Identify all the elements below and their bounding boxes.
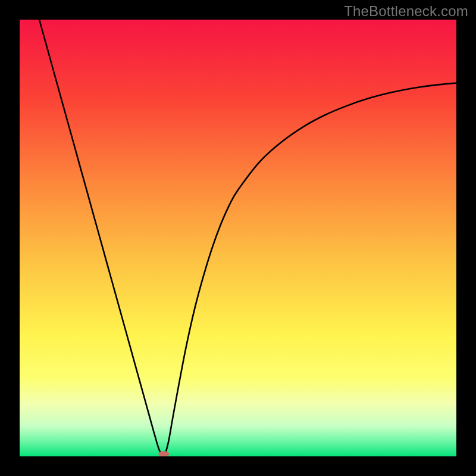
watermark-text: TheBottleneck.com xyxy=(344,3,468,20)
bottleneck-chart xyxy=(20,20,456,456)
gradient-background xyxy=(20,20,456,456)
chart-frame: TheBottleneck.com xyxy=(0,0,476,476)
plot-area xyxy=(20,20,456,456)
